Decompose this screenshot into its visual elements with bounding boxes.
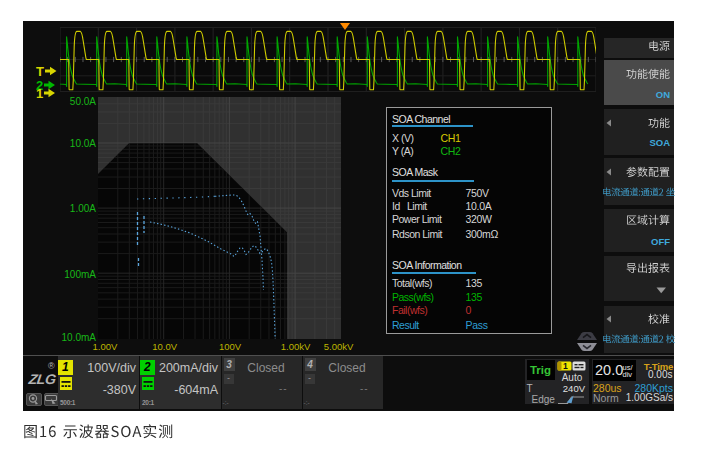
- svg-text:1: 1: [562, 361, 567, 371]
